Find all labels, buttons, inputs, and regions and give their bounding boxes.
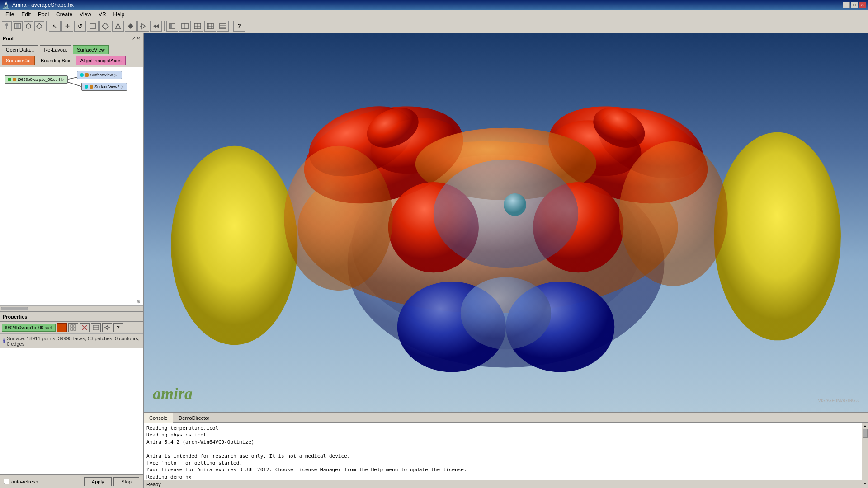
menu-vr[interactable]: VR (95, 10, 110, 19)
3d-viewport[interactable]: amira VISAGE IMAGING® (144, 33, 868, 412)
relayout-btn[interactable]: Re-Layout (40, 45, 71, 54)
back-btn[interactable] (150, 21, 162, 32)
visage-logo: VISAGE IMAGING® (818, 398, 859, 403)
sv1-dot (80, 73, 84, 77)
scale-nonuniform-btn[interactable] (99, 21, 111, 32)
console-line-6: Type 'help' for getting started. (146, 460, 859, 466)
info-icon: ℹ (3, 338, 5, 345)
toolbar-icon3 (24, 21, 33, 31)
view-btn4[interactable] (204, 21, 216, 32)
pool-resize-handle[interactable]: ⊕ (137, 299, 142, 305)
auto-refresh-label: auto-refresh (11, 479, 38, 484)
sv2-label: SurfaceView2 (94, 84, 119, 89)
sv2-dot2 (90, 85, 93, 89)
scroll-up[interactable]: ▲ (863, 424, 867, 428)
view-btn1[interactable] (166, 21, 178, 32)
svg-marker-11 (142, 23, 145, 29)
props-list-btn[interactable] (91, 323, 101, 332)
properties-info: ℹ Surface: 18911 points, 39995 faces, 53… (0, 334, 143, 348)
scroll-thumb[interactable] (863, 429, 868, 438)
menu-edit[interactable]: Edit (18, 10, 34, 19)
titlebar: 🔬 Amira - averageShape.hx – □ ✕ (0, 0, 868, 10)
help-btn[interactable]: ? (233, 21, 245, 32)
svg-rect-31 (71, 325, 73, 327)
svg-point-39 (106, 326, 108, 329)
svg-point-45 (714, 132, 841, 341)
rotate-btn[interactable]: ↺ (74, 21, 86, 32)
sv1-label: SurfaceView (90, 73, 113, 77)
surfaceview1-node[interactable]: SurfaceView ▷ (77, 71, 122, 79)
auto-refresh-area: auto-refresh (4, 479, 38, 484)
svg-rect-7 (90, 23, 95, 29)
toolbar-sep2 (164, 21, 165, 31)
boundingbox-btn[interactable]: BoundingBox (37, 56, 74, 65)
props-orange-btn[interactable] (57, 323, 67, 332)
pool-connections-svg (0, 67, 143, 305)
pool-icon2[interactable]: ✕ (137, 36, 140, 41)
source-node-dot2 (13, 78, 16, 81)
source-node[interactable]: t9623b0warp1c_00.surf ▷ (5, 75, 68, 84)
props-node-name-btn[interactable]: t9623b0warp1c_00.surf (2, 324, 56, 332)
stop-button[interactable]: Stop (113, 477, 139, 486)
props-grid-btn[interactable] (68, 323, 78, 332)
menu-file[interactable]: File (2, 10, 18, 19)
tab-console[interactable]: Console (144, 413, 173, 423)
console-line-1: Reading temperature.icol (146, 425, 859, 432)
sv1-dot2 (85, 73, 89, 77)
console-line-7: Your license for Amira expires 3-JUL-201… (146, 466, 859, 473)
sv1-arrow: ▷ (114, 73, 117, 77)
menu-create[interactable]: Create (52, 10, 76, 19)
scale-uniform-btn[interactable] (87, 21, 99, 32)
zoom-btn[interactable] (137, 21, 149, 32)
svg-point-64 (619, 141, 727, 286)
properties-content (0, 348, 143, 474)
source-node-arrow: ▷ (61, 77, 65, 82)
console-line-2: Reading physics.icol (146, 432, 859, 438)
svg-point-62 (461, 277, 551, 349)
open-data-btn[interactable]: Open Data... (2, 45, 38, 54)
toolbar-icon4 (34, 21, 44, 31)
titlebar-controls: – □ ✕ (843, 2, 866, 8)
select-btn[interactable]: ↖ (49, 21, 61, 32)
apply-button[interactable]: Apply (84, 477, 112, 486)
maximize-button[interactable]: □ (851, 2, 858, 8)
fly-btn[interactable] (125, 21, 137, 32)
svg-marker-6 (37, 23, 42, 29)
surface-info-text: Surface: 18911 points, 39995 faces, 53 p… (7, 336, 140, 347)
center-btn[interactable] (112, 21, 124, 32)
main-toolbar: ↖ ✛ ↺ ? (0, 19, 868, 33)
pool-icon1[interactable]: ↗ (132, 36, 136, 41)
surfaceview2-node[interactable]: SurfaceView2 ▷ (81, 83, 127, 91)
props-remove-btn[interactable] (80, 323, 90, 332)
pool-title: Pool (3, 36, 14, 41)
view-btn2[interactable] (179, 21, 191, 32)
svg-point-63 (284, 146, 392, 291)
brain-visualization (144, 33, 868, 412)
menu-view[interactable]: View (76, 10, 95, 19)
amira-logo: amira (153, 384, 193, 403)
svg-rect-33 (71, 328, 73, 330)
app-title: Amira - averageShape.hx (12, 2, 74, 8)
tab-demodirector[interactable]: DemoDirector (173, 413, 215, 422)
menu-help[interactable]: Help (110, 10, 128, 19)
status-text: Ready (146, 482, 161, 487)
translate-btn[interactable]: ✛ (61, 21, 73, 32)
props-help-btn[interactable]: ? (113, 323, 123, 332)
sv2-dot (85, 85, 88, 89)
console-scrollbar[interactable]: ▲ ▼ (862, 423, 868, 480)
props-settings-btn[interactable] (102, 323, 112, 332)
alignprincipalaxes-btn[interactable]: AlignPrincipalAxes (76, 56, 125, 65)
minimize-button[interactable]: – (843, 2, 850, 8)
auto-refresh-checkbox[interactable] (4, 479, 9, 484)
view-btn3[interactable] (192, 21, 203, 32)
surfaceview-btn[interactable]: SurfaceView (73, 45, 109, 54)
surfacecut-btn[interactable]: SurfaceCut (2, 56, 35, 65)
view-btn5[interactable] (217, 21, 229, 32)
pool-hscroll[interactable] (1, 307, 28, 310)
pool-scrollbar[interactable] (0, 305, 143, 311)
console-section: Console DemoDirector Reading temperature… (144, 412, 868, 480)
app-icon: 🔬 (2, 1, 9, 9)
close-button[interactable]: ✕ (859, 2, 866, 8)
pool-canvas: t9623b0warp1c_00.surf ▷ SurfaceView ▷ Su… (0, 67, 143, 305)
menu-pool[interactable]: Pool (34, 10, 52, 19)
